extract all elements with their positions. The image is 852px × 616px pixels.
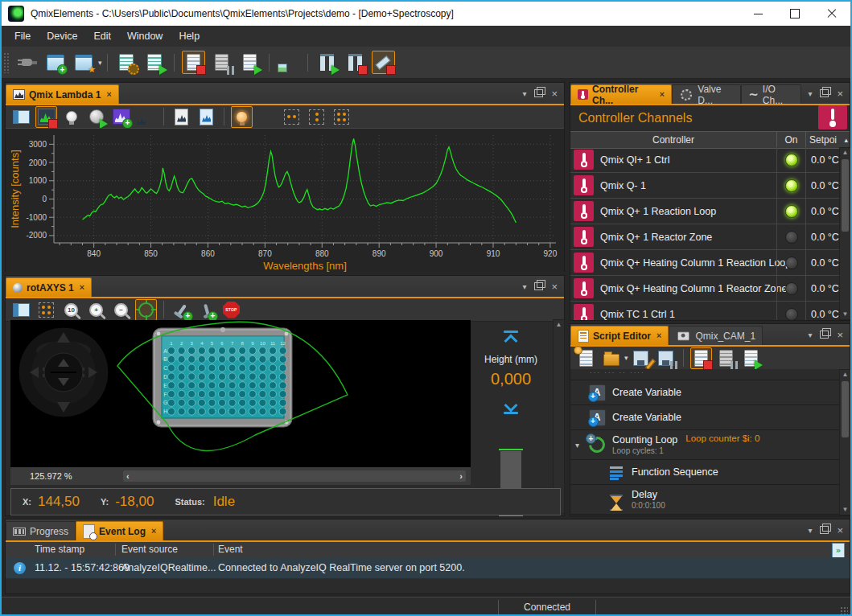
controller-row[interactable]: Qmix Q+ Heating Column 1 Reactor Zone0.0… — [570, 276, 841, 302]
script-item-delay[interactable]: Delay0:0:0:100 — [570, 485, 841, 515]
center-target-icon[interactable] — [135, 299, 157, 321]
zoom-in-icon[interactable]: + — [85, 299, 107, 321]
panel-menu-icon[interactable]: ▾ — [808, 526, 812, 535]
menu-file[interactable]: File — [6, 26, 39, 47]
panel-menu-icon[interactable]: ▾ — [522, 89, 526, 98]
add-position-list-icon[interactable]: + — [196, 299, 217, 321]
column-controller[interactable]: Controller — [570, 132, 776, 148]
setpoint-value[interactable]: 0.0 °C — [811, 154, 839, 166]
tab-qmix-lambda[interactable]: Qmix Lambda 1 × — [6, 84, 119, 104]
controller-row[interactable]: Qmix Q+ 1 Reaction Loop0.0 °C — [570, 199, 841, 224]
maximize-button[interactable] — [776, 2, 813, 26]
event-table-header[interactable]: Time stamp Event source Event » — [6, 542, 850, 558]
navigation-pad[interactable] — [19, 327, 109, 417]
on-led[interactable] — [785, 282, 798, 295]
zoom-fit-icon[interactable] — [35, 299, 57, 321]
toolbar-grip[interactable] — [3, 52, 10, 73]
script-scrollbar[interactable]: ▲ ▼ — [839, 369, 851, 515]
add-device-window-icon[interactable]: + — [43, 51, 67, 74]
on-led[interactable] — [785, 257, 798, 269]
close-button[interactable] — [813, 2, 850, 26]
pause-script-icon[interactable] — [210, 51, 233, 74]
menu-edit[interactable]: Edit — [85, 26, 119, 47]
microplate-96-well[interactable]: 123456789101112ABCDEFGH — [153, 327, 292, 427]
new-script-icon[interactable] — [575, 347, 597, 369]
panel-view-icon[interactable] — [10, 106, 32, 128]
tab-qmix-cam[interactable]: Qmix_CAM_1 — [669, 326, 763, 345]
setpoint-value[interactable]: 0.0 °C — [811, 309, 839, 320]
on-led[interactable] — [785, 308, 798, 321]
horizontal-scrollbar[interactable]: ‹ › — [123, 470, 466, 482]
panel-float-icon[interactable] — [534, 89, 543, 97]
menu-help[interactable]: Help — [171, 26, 208, 47]
add-spectrum-icon[interactable]: + — [110, 106, 132, 128]
script-item-dose-volume[interactable]: Dose Volume — [570, 515, 841, 515]
dropdown-caret-icon[interactable]: ▾ — [98, 59, 102, 67]
scroll-up-icon[interactable]: ▲ — [842, 148, 849, 158]
scroll-down-icon[interactable]: ▼ — [842, 505, 849, 515]
spectrum-report-icon[interactable] — [171, 106, 192, 128]
panel-view-icon[interactable] — [10, 299, 32, 321]
project-media-folder-icon[interactable] — [277, 51, 300, 74]
spectra-folder-icon[interactable] — [135, 106, 157, 128]
start-all-pumps-icon[interactable] — [315, 51, 339, 74]
zoom-out-icon[interactable]: − — [110, 299, 132, 321]
zoom-vertical-icon[interactable] — [306, 106, 327, 128]
controller-row[interactable]: Qmix Q+ 1 Reactor Zone0.0 °C — [570, 224, 841, 250]
event-log-row[interactable]: i11.12. - 15:57:42:869AnalyzeIQRealtime.… — [6, 557, 850, 579]
save-script-icon[interactable] — [630, 347, 652, 369]
controller-row[interactable]: Qmix QI+ 1 Ctrl0.0 °C — [570, 147, 841, 173]
tab-rotaxys[interactable]: rotAXYS 1 × — [6, 277, 92, 297]
menu-window[interactable]: Window — [119, 26, 171, 47]
stop-axis-icon[interactable]: STOP — [220, 299, 242, 321]
zoom-100-icon[interactable]: 10 — [60, 299, 82, 321]
scroll-down-icon[interactable]: ▼ — [842, 310, 849, 319]
on-led[interactable] — [785, 154, 798, 166]
export-spectrum-icon[interactable] — [196, 106, 217, 128]
controller-scrollbar[interactable]: ▲ ▼ — [839, 147, 851, 320]
scroll-right-icon[interactable]: › — [459, 471, 463, 481]
tab-controller-channels[interactable]: Controller Ch... × — [570, 84, 672, 104]
scrollbar-thumb[interactable] — [842, 381, 849, 437]
script-item-create-variable[interactable]: A+Create Variable — [570, 380, 841, 405]
script-item-counting-loop[interactable]: ▾+Counting LoopLoop cycles: 1Loop counte… — [570, 430, 841, 460]
move-to-top-button[interactable] — [500, 331, 521, 344]
add-position-icon[interactable]: + — [171, 299, 192, 321]
controller-row[interactable]: Qmix TC 1 Ctrl 10.0 °C — [570, 302, 841, 320]
light-source-icon[interactable] — [60, 106, 82, 128]
on-led[interactable] — [785, 179, 798, 192]
panel-float-icon[interactable] — [534, 282, 543, 290]
stop-script-icon[interactable] — [690, 347, 712, 369]
controller-row[interactable]: Qmix Q+ Heating Column 1 Reaction Loop0.… — [570, 250, 841, 276]
panel-close-icon[interactable]: × — [551, 281, 558, 293]
tab-close-icon[interactable]: × — [106, 90, 111, 99]
vertical-scrollbar[interactable]: ▲ ▼ — [553, 319, 565, 514]
setpoint-value[interactable]: 0.0 °C — [811, 232, 839, 243]
expand-chevron-icon[interactable]: ▾ — [575, 441, 579, 450]
panel-menu-icon[interactable]: ▾ — [522, 282, 526, 291]
move-to-bottom-button[interactable] — [500, 400, 521, 413]
thermometer-button[interactable] — [818, 105, 847, 129]
panel-float-icon[interactable] — [820, 526, 829, 534]
rotaxys-workspace-view[interactable]: 123456789101112ABCDEFGH — [10, 320, 471, 467]
tab-progress[interactable]: Progress — [6, 521, 76, 540]
panel-close-icon[interactable]: × — [837, 329, 843, 341]
tab-close-icon[interactable]: × — [660, 90, 665, 99]
scroll-left-icon[interactable]: ‹ — [126, 471, 130, 481]
tab-event-log[interactable]: Event Log × — [76, 521, 163, 540]
stop-all-pumps-icon[interactable] — [344, 51, 367, 74]
zoom-selection-icon[interactable] — [256, 106, 278, 128]
save-all-scripts-icon[interactable] — [655, 347, 677, 369]
panel-close-icon[interactable]: × — [837, 524, 843, 536]
panel-close-icon[interactable]: × — [551, 88, 558, 100]
stop-acquisition-icon[interactable] — [35, 106, 57, 128]
zoom-horizontal-icon[interactable] — [281, 106, 303, 128]
autoscroll-log-icon[interactable]: » — [832, 543, 845, 558]
panel-menu-icon[interactable]: ▾ — [808, 331, 812, 339]
dropdown-caret-icon[interactable]: ▾ — [624, 354, 628, 362]
favorite-windows-icon[interactable]: ★ — [72, 51, 95, 74]
on-led[interactable] — [785, 205, 798, 218]
controller-row[interactable]: Qmix Q- 10.0 °C — [570, 173, 841, 199]
panel-close-icon[interactable]: × — [837, 88, 843, 100]
script-item-function-sequence[interactable]: Function Sequence — [570, 460, 841, 485]
